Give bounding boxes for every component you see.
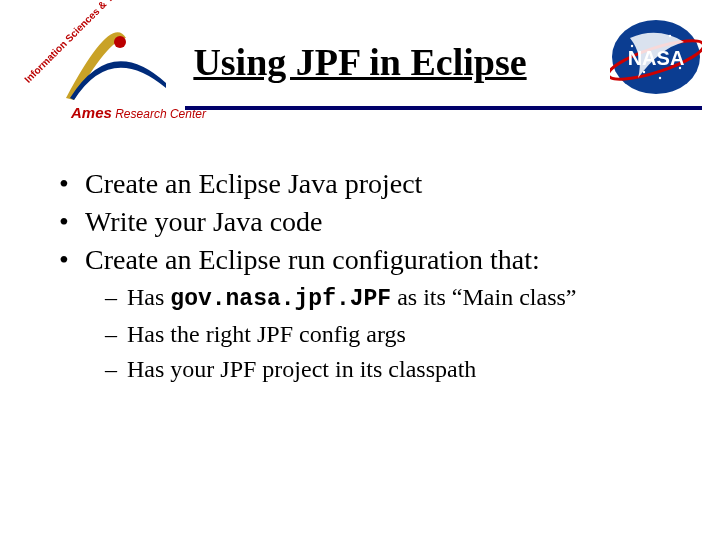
list-item-text: Write your Java code <box>85 206 323 237</box>
sub-item-pre: Has the right JPF config args <box>127 321 406 347</box>
list-item: Create an Eclipse run configuration that… <box>55 241 690 387</box>
svg-point-7 <box>659 77 661 79</box>
list-item: Create an Eclipse Java project <box>55 165 690 203</box>
list-item-text: Create an Eclipse Java project <box>85 168 422 199</box>
bullet-list: Create an Eclipse Java project Write you… <box>55 165 690 386</box>
slide-header: Information Sciences & Technology Ames R… <box>0 0 720 128</box>
nasa-text: NASA <box>628 47 685 69</box>
slide-content: Create an Eclipse Java project Write you… <box>55 165 690 386</box>
svg-point-4 <box>669 35 671 37</box>
sub-list-item: Has your JPF project in its classpath <box>105 352 690 387</box>
list-item-text: Create an Eclipse run configuration that… <box>85 244 540 275</box>
sub-item-post: as its “Main class” <box>391 284 576 310</box>
header-divider <box>185 106 702 110</box>
sub-list: Has gov.nasa.jpf.JPF as its “Main class”… <box>85 280 690 386</box>
sub-list-item: Has gov.nasa.jpf.JPF as its “Main class” <box>105 280 690 316</box>
ames-label-bold: Ames <box>71 104 112 121</box>
list-item: Write your Java code <box>55 203 690 241</box>
sub-item-code: gov.nasa.jpf.JPF <box>170 286 391 312</box>
slide: Information Sciences & Technology Ames R… <box>0 0 720 540</box>
sub-list-item: Has the right JPF config args <box>105 317 690 352</box>
sub-item-pre: Has <box>127 284 170 310</box>
nasa-logo-icon: NASA <box>610 18 702 96</box>
svg-point-6 <box>643 71 645 73</box>
sub-item-pre: Has your JPF project in its classpath <box>127 356 476 382</box>
